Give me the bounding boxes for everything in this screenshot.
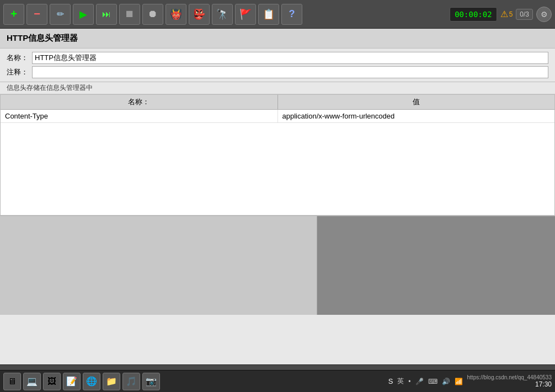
flag-button[interactable]: 🚩: [235, 4, 256, 25]
column-name-header: 名称：: [1, 95, 278, 109]
taskbar-icon-glyph-5: 📁: [106, 376, 117, 386]
taskbar-right: S 英 • 🎤 ⌨ 🔊 📶 https://blog.csdn.net/qq_4…: [388, 374, 552, 388]
table-header: 名称： 值: [1, 95, 554, 110]
list-icon: 📋: [263, 8, 275, 20]
counter-badge: 0/3: [516, 9, 533, 20]
taskbar-icon-glyph-0: 🖥: [8, 377, 17, 386]
timer-display: 00:00:02: [450, 7, 497, 22]
taskbar-lang-label: 英: [397, 377, 404, 386]
list-button[interactable]: 📋: [258, 4, 279, 25]
taskbar-time: 17:30: [467, 380, 552, 388]
column-value-header: 值: [278, 95, 555, 109]
name-label: 名称：: [7, 53, 29, 63]
page-title: HTTP信息头管理器: [0, 29, 555, 49]
taskbar-icon-glyph-7: 📷: [146, 376, 157, 386]
stop-button[interactable]: ⏹: [119, 4, 140, 25]
play-icon: ▶: [79, 8, 87, 20]
help-button[interactable]: ?: [281, 4, 302, 25]
taskbar-icon-glyph-3: 📝: [66, 376, 77, 386]
record-icon: ⏺: [148, 8, 158, 20]
taskbar-icon-7[interactable]: 📷: [142, 373, 160, 390]
play-button[interactable]: ▶: [73, 4, 94, 25]
taskbar-icon-5[interactable]: 📁: [103, 373, 120, 390]
plus-icon: +: [10, 8, 17, 20]
monster2-icon: 👺: [193, 8, 205, 20]
taskbar-microphone-icon: 🎤: [415, 378, 424, 385]
taskbar-keyboard-icon: ⌨: [428, 378, 437, 385]
taskbar-icon-0[interactable]: 🖥: [3, 373, 21, 390]
record-button[interactable]: ⏺: [142, 4, 163, 25]
step-play-icon: ⏭: [102, 9, 111, 19]
taskbar: 🖥 💻 🖼 📝 🌐 📁 🎵 📷 S 英 • 🎤 ⌨ 🔊 📶 https://bl…: [0, 370, 555, 392]
table-row[interactable]: Content-Type application/x-www-form-urle…: [1, 110, 554, 123]
clock-display: https://blog.csdn.net/qq_44840533 17:30: [467, 374, 552, 388]
taskbar-network-icon: 📶: [455, 378, 463, 385]
step-play-button[interactable]: ⏭: [96, 4, 117, 25]
help-icon: ?: [289, 8, 295, 20]
taskbar-icon-1[interactable]: 💻: [23, 373, 41, 390]
monster1-icon: 👹: [170, 8, 182, 20]
flag-icon: 🚩: [239, 8, 252, 20]
main-toolbar: + − ✏ ▶ ⏭ ⏹ ⏺ 👹 👺 🔭 🚩 📋 ? 00:00:02 ⚠ 5: [0, 0, 555, 29]
binoculars-icon: 🔭: [216, 8, 228, 20]
monster2-button[interactable]: 👺: [189, 4, 210, 25]
taskbar-icon-glyph-6: 🎵: [126, 376, 137, 386]
taskbar-icon-glyph-4: 🌐: [86, 376, 97, 386]
headers-table: 名称： 值 Content-Type application/x-www-for…: [0, 94, 555, 216]
settings-button[interactable]: ⚙: [536, 7, 552, 22]
taskbar-dot: •: [408, 378, 410, 385]
name-input[interactable]: [32, 52, 548, 64]
edit-button[interactable]: ✏: [50, 4, 71, 25]
taskbar-icon-6[interactable]: 🎵: [122, 373, 140, 390]
comment-row: 注释：: [7, 66, 548, 78]
taskbar-icon-3[interactable]: 📝: [63, 373, 81, 390]
row-name-cell: Content-Type: [1, 110, 278, 122]
add-button[interactable]: +: [3, 4, 24, 25]
taskbar-icon-glyph-2: 🖼: [47, 377, 56, 386]
taskbar-icon-glyph-1: 💻: [26, 376, 38, 386]
row-value-cell: application/x-www-form-urlencoded: [278, 110, 555, 122]
form-area: 名称： 注释：: [0, 49, 555, 82]
binoculars-button[interactable]: 🔭: [212, 4, 233, 25]
taskbar-icon-2[interactable]: 🖼: [43, 373, 61, 390]
minus-icon: −: [34, 8, 40, 20]
monster1-button[interactable]: 👹: [166, 4, 186, 25]
bottom-left-panel: [0, 216, 317, 315]
warning-count: 5: [509, 10, 513, 18]
settings-icon: ⚙: [541, 10, 548, 19]
comment-input[interactable]: [32, 66, 548, 78]
taskbar-icon-4[interactable]: 🌐: [83, 373, 100, 390]
remove-button[interactable]: −: [26, 4, 47, 25]
comment-label: 注释：: [7, 67, 29, 77]
taskbar-lang: S: [388, 377, 393, 385]
bottom-right-panel: [317, 216, 555, 315]
taskbar-url: https://blog.csdn.net/qq_44840533: [467, 374, 552, 380]
taskbar-sound-icon: 🔊: [442, 378, 450, 385]
stop-icon: ⏹: [125, 8, 135, 20]
warning-icon: ⚠: [500, 9, 508, 19]
edit-icon: ✏: [57, 9, 64, 19]
bottom-split-area: [0, 216, 555, 315]
main-content: HTTP信息头管理器 名称： 注释： 信息头存储在信息头管理器中 名称： 值 C…: [0, 29, 555, 364]
warning-badge: ⚠ 5: [500, 9, 513, 19]
name-row: 名称：: [7, 52, 548, 64]
toolbar-right: 00:00:02 ⚠ 5 0/3 ⚙: [450, 7, 552, 22]
info-text: 信息头存储在信息头管理器中: [0, 82, 555, 94]
